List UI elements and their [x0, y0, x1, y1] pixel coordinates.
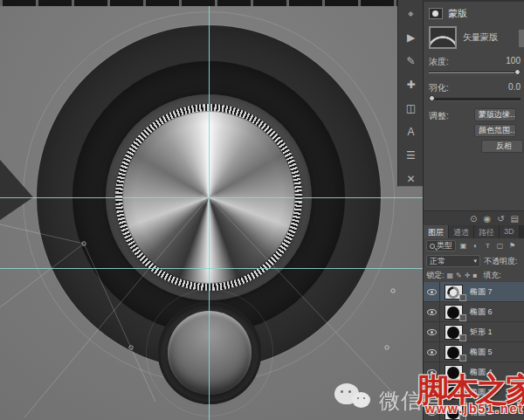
visibility-eye-icon[interactable]: [427, 289, 437, 295]
shape-layer-filter-icon[interactable]: ▢: [495, 242, 505, 250]
filter-kind-dropdown[interactable]: 类型: [426, 240, 456, 251]
layers-panel: 图层 通道 路径 3D 类型 ▣ ◐ T ▢ ⚑ 正常 ▾ 不透明度: 锁定: …: [423, 225, 524, 420]
filter-kind-label: 类型: [437, 240, 452, 251]
properties-panel-title: 蒙版: [448, 7, 467, 20]
horizontal-guide-lower[interactable]: [0, 268, 424, 269]
vector-mask-chip[interactable]: [459, 395, 466, 402]
layer-list: 椭圆 7 椭圆 6 矩形 1 椭圆 5 椭圆 4: [424, 282, 524, 420]
layer-row[interactable]: 矩形 1: [424, 322, 524, 342]
visibility-eye-icon[interactable]: [427, 389, 437, 396]
vertical-guide[interactable]: [209, 6, 210, 420]
visibility-eye-icon[interactable]: [427, 410, 437, 416]
lock-label: 锁定:: [426, 270, 445, 281]
slice-tool-icon[interactable]: ✕: [402, 172, 421, 186]
eye-cell[interactable]: [424, 342, 440, 361]
layer-row[interactable]: 椭圆 7: [424, 282, 524, 302]
crop-tool-icon[interactable]: ⌖: [402, 7, 421, 21]
photoshop-window: ⌖ ▶ ✎ ✚ ◫ A ☰ ✕ 蒙版 矢量蒙版 浓度: 100 羽化: 0.0: [0, 0, 524, 420]
layer-name[interactable]: 椭圆 3: [470, 387, 493, 398]
smart-object-filter-icon[interactable]: ⚑: [507, 242, 517, 250]
density-value[interactable]: 100: [506, 56, 521, 68]
chevron-down-icon: ▾: [473, 258, 477, 265]
feather-value[interactable]: 0.0: [508, 82, 521, 94]
feather-slider-handle[interactable]: [429, 95, 435, 101]
adjust-label: 调整:: [429, 110, 449, 122]
lock-all-icon[interactable]: ■: [472, 272, 477, 279]
fill-label: 填充:: [483, 270, 501, 281]
search-icon: [430, 244, 435, 249]
vector-mask-chip[interactable]: [459, 415, 466, 420]
blend-mode-row: 正常 ▾ 不透明度:: [424, 253, 524, 269]
adjustment-layer-filter-icon[interactable]: ◐: [471, 242, 480, 250]
mask-panel-icon: [429, 8, 443, 19]
eye-cell[interactable]: [424, 362, 440, 382]
eye-cell[interactable]: [424, 322, 440, 341]
layer-row[interactable]: 椭圆 6: [424, 302, 524, 322]
layer-row[interactable]: 椭圆 4: [424, 362, 524, 382]
density-slider-handle[interactable]: [514, 69, 521, 75]
pen-tool-icon[interactable]: ✎: [402, 54, 421, 68]
vector-mask-chip[interactable]: [459, 294, 466, 301]
enable-mask-icon[interactable]: ↺: [497, 214, 504, 224]
invert-button[interactable]: 反相: [481, 140, 523, 153]
delete-mask-icon[interactable]: ▤: [511, 214, 519, 224]
layer-row[interactable]: 椭圆 5: [424, 342, 524, 362]
properties-panel-footer: ⊙ ◉ ↺ ▤: [424, 210, 524, 225]
layer-name[interactable]: 椭圆 2: [470, 407, 493, 418]
horizontal-guide-center[interactable]: [0, 197, 424, 198]
blend-mode-value: 正常: [430, 256, 445, 267]
layer-name[interactable]: 矩形 1: [470, 327, 493, 338]
visibility-eye-icon[interactable]: [427, 369, 437, 375]
hand-tool-icon[interactable]: ☰: [402, 148, 421, 162]
gradient-tool-icon[interactable]: ◫: [402, 101, 421, 115]
layer-name[interactable]: 椭圆 6: [470, 306, 493, 318]
load-selection-icon[interactable]: ⊙: [470, 214, 477, 224]
tab-layers[interactable]: 图层: [424, 225, 449, 238]
lock-row: 锁定: ▦ ✎ ✛ ■ 填充:: [424, 269, 524, 282]
color-range-button[interactable]: 颜色范围…: [474, 124, 516, 137]
vector-mask-chip[interactable]: [459, 334, 466, 341]
visibility-eye-icon[interactable]: [427, 349, 437, 355]
layer-name[interactable]: 椭圆 7: [470, 286, 493, 298]
text-tool-icon[interactable]: A: [402, 125, 421, 139]
layer-row[interactable]: 椭圆 3: [424, 382, 524, 403]
feather-slider[interactable]: [429, 98, 521, 100]
layer-name[interactable]: 椭圆 4: [470, 367, 493, 378]
eye-cell[interactable]: [424, 382, 440, 402]
pixel-layer-filter-icon[interactable]: ▣: [458, 242, 468, 250]
layer-row[interactable]: 椭圆 2: [424, 403, 524, 420]
vector-mask-chip[interactable]: [459, 314, 466, 321]
blend-mode-select[interactable]: 正常 ▾: [426, 255, 480, 267]
opacity-label: 不透明度:: [484, 256, 518, 267]
density-label: 浓度:: [429, 56, 449, 68]
type-layer-filter-icon[interactable]: T: [483, 242, 493, 250]
tab-channels[interactable]: 通道: [449, 225, 474, 238]
tab-paths[interactable]: 路径: [474, 225, 500, 238]
properties-panel: 蒙版 矢量蒙版 浓度: 100 羽化: 0.0 调整: 蒙版边缘… 颜色范围… …: [423, 0, 524, 225]
tab-3d[interactable]: 3D: [500, 225, 520, 238]
tool-strip: ⌖ ▶ ✎ ✚ ◫ A ☰ ✕: [397, 0, 424, 187]
lock-paint-icon[interactable]: ✎: [456, 272, 462, 279]
visibility-eye-icon[interactable]: [427, 329, 437, 335]
density-slider[interactable]: [429, 72, 521, 74]
layer-filter-row: 类型 ▣ ◐ T ▢ ⚑: [424, 238, 524, 253]
layer-name[interactable]: 椭圆 5: [470, 347, 493, 358]
apply-mask-icon[interactable]: ◉: [483, 214, 491, 224]
vector-mask-chip[interactable]: [459, 375, 466, 382]
eye-cell[interactable]: [424, 403, 440, 420]
window-top-strip: [0, 0, 424, 6]
lock-position-icon[interactable]: ✛: [465, 272, 471, 279]
lock-transparency-icon[interactable]: ▦: [447, 272, 454, 279]
add-mask-button[interactable]: [519, 30, 524, 47]
feather-label: 羽化:: [429, 82, 449, 94]
eye-cell[interactable]: [424, 282, 440, 301]
vector-mask-label: 矢量蒙版: [463, 31, 498, 44]
selection-arrow-icon[interactable]: ▶: [402, 31, 421, 45]
visibility-eye-icon[interactable]: [427, 309, 437, 315]
eye-cell[interactable]: [424, 302, 440, 321]
mask-edge-button[interactable]: 蒙版边缘…: [474, 108, 516, 121]
stamp-tool-icon[interactable]: ✚: [402, 78, 421, 92]
vector-mask-thumbnail[interactable]: [429, 26, 457, 49]
vector-mask-chip[interactable]: [459, 355, 466, 361]
layers-panel-tabs: 图层 通道 路径 3D: [424, 225, 524, 238]
